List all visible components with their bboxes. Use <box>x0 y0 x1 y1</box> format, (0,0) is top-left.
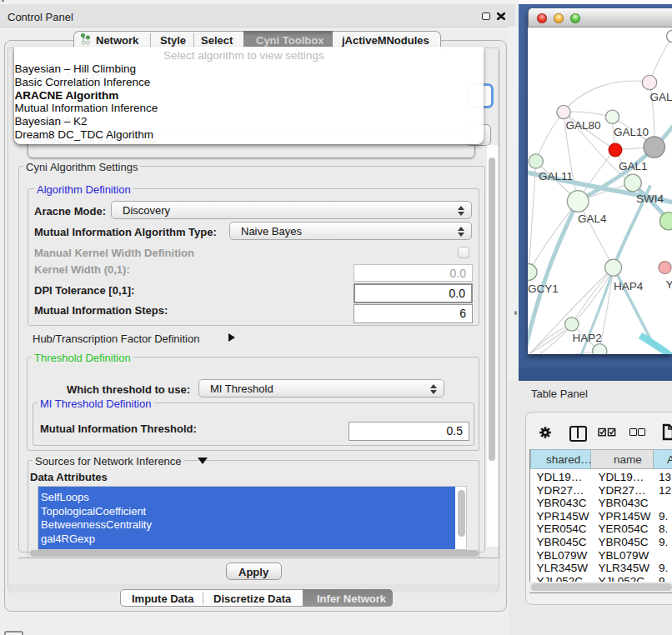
svg-text:GAL4: GAL4 <box>578 212 607 225</box>
svg-text:GAL80: GAL80 <box>566 119 601 132</box>
svg-text:GCY1: GCY1 <box>528 282 559 294</box>
svg-text:GAL7: GAL7 <box>650 90 672 102</box>
svg-text:GAL1: GAL1 <box>619 160 648 172</box>
svg-text:Y: Y <box>666 278 672 291</box>
svg-text:GAL11: GAL11 <box>539 170 573 182</box>
svg-text:HAP2: HAP2 <box>573 332 602 344</box>
svg-text:HAP4: HAP4 <box>614 279 644 292</box>
svg-text:GAL10: GAL10 <box>614 125 649 138</box>
svg-text:SWI4: SWI4 <box>636 192 664 205</box>
